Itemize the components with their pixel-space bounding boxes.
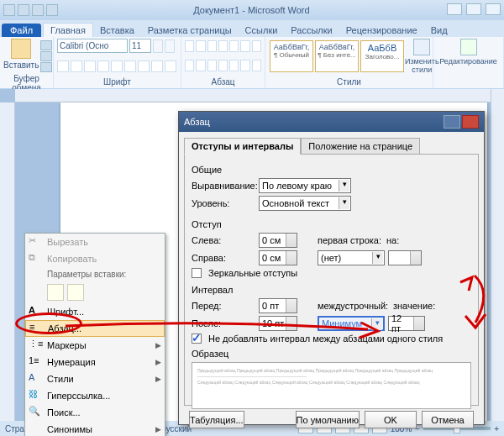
preview-box: Предыдущий абзац Предыдущий абзац Предыд… bbox=[192, 362, 471, 409]
inc-indent-icon[interactable] bbox=[229, 40, 239, 52]
subscript-icon[interactable] bbox=[111, 60, 123, 72]
paste-text-only-icon[interactable] bbox=[67, 284, 84, 301]
align-left-icon[interactable] bbox=[185, 60, 194, 71]
superscript-icon[interactable] bbox=[124, 60, 136, 72]
mirror-checkbox[interactable] bbox=[192, 268, 202, 278]
style-heading1[interactable]: АаБбВЗаголово... bbox=[360, 40, 404, 72]
fontsize-combo[interactable]: 11 bbox=[129, 39, 151, 53]
justify-icon[interactable] bbox=[218, 60, 228, 71]
indent-left-input[interactable]: 0 см bbox=[259, 233, 297, 248]
shrink-font-icon[interactable] bbox=[165, 39, 175, 53]
ctx-hyperlink[interactable]: ⛓Гиперссылка... bbox=[25, 387, 165, 404]
ctx-bullets[interactable]: ⋮≡Маркеры▶ bbox=[25, 337, 165, 354]
strike-icon[interactable] bbox=[97, 60, 109, 72]
numbering-icon: 1≡ bbox=[29, 355, 42, 369]
dec-indent-icon[interactable] bbox=[218, 40, 228, 52]
tab-line-breaks[interactable]: Положение на странице bbox=[301, 138, 420, 155]
ok-button[interactable]: OK bbox=[365, 411, 417, 428]
grow-font-icon[interactable] bbox=[153, 39, 163, 53]
ctx-paragraph[interactable]: ≡Абзац... bbox=[25, 320, 165, 337]
zoom-in-icon[interactable]: + bbox=[494, 424, 499, 433]
save-icon[interactable] bbox=[18, 4, 29, 16]
undo-icon[interactable] bbox=[32, 4, 44, 16]
section-spacing: Интервал bbox=[192, 285, 471, 295]
italic-icon[interactable] bbox=[71, 60, 82, 72]
editing-button[interactable]: Редактирование bbox=[437, 39, 500, 66]
special-value: (нет) bbox=[321, 253, 341, 263]
tab-file[interactable]: Файл bbox=[2, 24, 41, 37]
bold-icon[interactable] bbox=[57, 60, 69, 72]
ctx-copy: ⧉Копировать bbox=[25, 250, 165, 267]
font-color-icon[interactable] bbox=[165, 60, 176, 72]
bullets-icon[interactable] bbox=[185, 40, 194, 52]
ctx-synonyms-label: Синонимы bbox=[47, 424, 92, 434]
linespacing-combo[interactable]: Минимум bbox=[318, 316, 385, 331]
tab-mailings[interactable]: Рассылки bbox=[284, 24, 339, 37]
paste-keep-source-icon[interactable] bbox=[47, 284, 64, 301]
change-styles-icon bbox=[413, 39, 430, 55]
dialog-titlebar[interactable]: Абзац bbox=[179, 112, 484, 132]
tab-pagelayout[interactable]: Разметка страницы bbox=[141, 24, 239, 37]
ruler-vertical[interactable] bbox=[0, 102, 15, 421]
style-normal[interactable]: АаБбВвГг,¶ Обычный bbox=[270, 40, 313, 72]
ruler-horizontal[interactable] bbox=[15, 89, 491, 102]
tab-references[interactable]: Ссылки bbox=[239, 24, 285, 37]
indent-left-label: Слева: bbox=[192, 235, 255, 245]
section-preview: Образец bbox=[192, 349, 471, 359]
maximize-icon[interactable] bbox=[466, 3, 481, 15]
font-combo[interactable]: Calibri (Осно bbox=[57, 39, 128, 53]
outline-combo[interactable]: Основной текст bbox=[259, 196, 351, 211]
after-input[interactable]: 10 пт bbox=[259, 316, 297, 331]
ctx-numbering[interactable]: 1≡Нумерация▶ bbox=[25, 354, 165, 370]
borders-icon[interactable] bbox=[252, 60, 261, 71]
indent-right-input[interactable]: 0 см bbox=[259, 250, 297, 265]
close-icon[interactable] bbox=[486, 3, 501, 15]
tabs-button[interactable]: Табуляция... bbox=[189, 411, 244, 428]
highlight-icon[interactable] bbox=[151, 60, 163, 72]
tab-insert[interactable]: Вставка bbox=[93, 24, 141, 37]
before-input[interactable]: 0 пт bbox=[259, 298, 297, 313]
style2-sub: ¶ Без инте... bbox=[316, 51, 358, 59]
underline-icon[interactable] bbox=[84, 60, 96, 72]
sort-icon[interactable] bbox=[240, 40, 249, 52]
ctx-styles[interactable]: AСтили▶ bbox=[25, 370, 165, 387]
submenu-arrow-icon: ▶ bbox=[155, 358, 161, 366]
help-icon[interactable] bbox=[444, 115, 460, 129]
ctx-lookup[interactable]: 🔍Поиск... bbox=[25, 404, 165, 421]
noadd-checkbox[interactable] bbox=[192, 334, 202, 344]
at-input[interactable]: 12 пт bbox=[388, 316, 425, 331]
ctx-paragraph-label: Абзац... bbox=[48, 323, 81, 334]
tab-indents-spacing[interactable]: Отступы и интервалы bbox=[184, 138, 301, 155]
cut-icon[interactable] bbox=[40, 40, 52, 50]
special-combo[interactable]: (нет) bbox=[318, 250, 385, 265]
tab-home[interactable]: Главная bbox=[43, 23, 93, 37]
tab-review[interactable]: Рецензирование bbox=[339, 24, 424, 37]
shading-icon[interactable] bbox=[240, 60, 249, 71]
line-spacing-icon[interactable] bbox=[229, 60, 239, 71]
showmarks-icon[interactable] bbox=[252, 40, 261, 52]
ctx-synonyms[interactable]: Синонимы▶ bbox=[25, 421, 165, 436]
tab-view[interactable]: Вид bbox=[424, 24, 454, 37]
cancel-button[interactable]: Отмена bbox=[422, 411, 474, 428]
ctx-font[interactable]: AШрифт... bbox=[25, 303, 165, 320]
align-right-icon[interactable] bbox=[207, 60, 217, 71]
submenu-arrow-icon: ▶ bbox=[155, 341, 161, 349]
dialog-close-icon[interactable] bbox=[462, 115, 479, 129]
by-input[interactable] bbox=[388, 250, 422, 265]
alignment-combo[interactable]: По левому краю bbox=[259, 178, 351, 193]
paragraph-dialog-icon: ≡ bbox=[29, 322, 43, 335]
copy-icon[interactable] bbox=[40, 51, 52, 61]
scrollbar-vertical[interactable] bbox=[491, 89, 504, 421]
at-label: значение: bbox=[393, 301, 432, 311]
format-painter-icon[interactable] bbox=[40, 62, 52, 72]
default-button[interactable]: По умолчанию bbox=[296, 411, 360, 428]
minimize-icon[interactable] bbox=[447, 3, 462, 15]
numbering-icon[interactable] bbox=[196, 40, 205, 52]
style-nospacing[interactable]: АаБбВвГг,¶ Без инте... bbox=[315, 40, 359, 72]
align-center-icon[interactable] bbox=[196, 60, 205, 71]
text-effects-icon[interactable] bbox=[138, 60, 150, 72]
outline-label: Уровень: bbox=[192, 198, 255, 208]
paste-button[interactable]: Вставить bbox=[3, 39, 39, 74]
multilevel-icon[interactable] bbox=[207, 40, 217, 52]
redo-icon[interactable] bbox=[46, 4, 58, 16]
